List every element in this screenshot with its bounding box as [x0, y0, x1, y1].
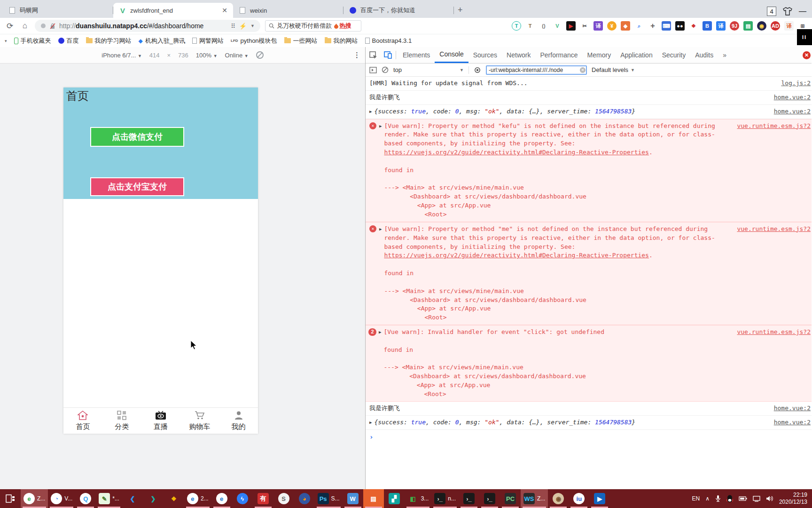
- extension-icon[interactable]: 译: [784, 21, 794, 31]
- bookmark-item[interactable]: 我的学习网站: [86, 37, 132, 45]
- browser-tab[interactable]: weixin: [233, 3, 344, 18]
- app-tab-home[interactable]: 首页: [63, 408, 102, 434]
- taskbar-app[interactable]: ▤: [363, 489, 384, 508]
- source-link[interactable]: home.vue:2: [774, 93, 811, 102]
- browser-tab[interactable]: 码蟥网: [3, 3, 113, 18]
- extension-icon[interactable]: ✂: [580, 21, 589, 31]
- devtools-tab-elements[interactable]: Elements: [398, 47, 435, 63]
- devtools-tab-audits[interactable]: Audits: [690, 47, 718, 63]
- refresh-icon[interactable]: ⟳: [5, 21, 15, 31]
- bookmark-item[interactable]: 手机收藏夹: [14, 37, 51, 45]
- taskbar-app[interactable]: ◔V...: [48, 489, 75, 508]
- device-toolbar-toggle-icon[interactable]: [381, 47, 396, 63]
- console-error-row[interactable]: ✕▶[Vue warn]: Property or method "me" is…: [366, 222, 812, 325]
- source-link[interactable]: home.vue:2: [774, 404, 811, 413]
- taskbar-app[interactable]: S: [273, 489, 294, 508]
- console-error-row[interactable]: 2▶[Vue warn]: Invalid handler for event …: [366, 325, 812, 402]
- bookmark-item[interactable]: 一些网站: [284, 37, 318, 45]
- taskbar-app[interactable]: ▶: [589, 489, 610, 508]
- volume-icon[interactable]: [766, 495, 773, 502]
- taskbar-app[interactable]: iu: [569, 489, 589, 508]
- more-tabs-icon[interactable]: »: [718, 47, 731, 63]
- clear-console-icon[interactable]: [382, 66, 389, 73]
- console-error-row[interactable]: ✕▶[Vue warn]: Property or method "kefu" …: [366, 119, 812, 222]
- extension-icon[interactable]: ¥: [607, 21, 617, 31]
- bookmark-item[interactable]: 百度: [58, 37, 79, 45]
- taskbar-app[interactable]: ❮: [122, 489, 143, 508]
- extension-icon[interactable]: T: [525, 21, 535, 31]
- extension-icon[interactable]: V: [553, 21, 562, 31]
- devtools-tab-network[interactable]: Network: [502, 47, 535, 63]
- console-prompt[interactable]: ›: [366, 430, 812, 444]
- minimize-button[interactable]: —: [799, 7, 806, 16]
- viewport-width[interactable]: 414: [149, 52, 160, 59]
- taskbar-app[interactable]: Q: [75, 489, 96, 508]
- taskbar-app[interactable]: ›_n...: [431, 489, 459, 508]
- extension-icon[interactable]: ⌕: [634, 21, 644, 31]
- viewport-height[interactable]: 736: [178, 52, 188, 59]
- rotate-icon[interactable]: [256, 51, 264, 59]
- extension-icon[interactable]: ❖: [689, 21, 698, 31]
- throttle-select[interactable]: Online ▼: [225, 52, 249, 59]
- new-tab-button[interactable]: +: [458, 5, 463, 15]
- extension-icon[interactable]: ◆: [621, 21, 630, 31]
- taskbar-app[interactable]: W: [343, 489, 363, 508]
- device-select[interactable]: iPhone 6/7... ▼: [102, 52, 142, 59]
- browser-tab[interactable]: 百度一下，你就知道: [344, 3, 454, 18]
- extension-icon[interactable]: ◉: [757, 21, 766, 31]
- tab-close-icon[interactable]: ✕: [222, 7, 227, 14]
- expand-arrow-icon[interactable]: ▶: [369, 420, 372, 426]
- alipay-pay-button[interactable]: 点击支付宝支付: [90, 177, 184, 196]
- tab-counter-badge[interactable]: 4: [767, 7, 776, 16]
- taskbar-app[interactable]: ❖: [164, 489, 184, 508]
- devtools-tab-memory[interactable]: Memory: [583, 47, 616, 63]
- expand-arrow-icon[interactable]: ▶: [369, 109, 372, 115]
- devtools-tab-sources[interactable]: Sources: [468, 47, 502, 63]
- extension-icon[interactable]: ▶: [566, 21, 576, 31]
- error-doc-link[interactable]: https://vuejs.org/v2/guide/reactivity.ht…: [384, 149, 649, 156]
- extension-icon[interactable]: ●●: [675, 21, 685, 31]
- inspect-element-icon[interactable]: [366, 47, 381, 63]
- taskbar-app[interactable]: ◕: [294, 489, 315, 508]
- extension-icon[interactable]: ▤: [743, 21, 753, 31]
- taskbar-app[interactable]: ›_: [459, 489, 479, 508]
- app-tab-tv[interactable]: 直播: [141, 408, 180, 434]
- reader-grid-icon[interactable]: ⠿: [231, 23, 235, 30]
- console-row[interactable]: ▶{success: true, code: 0, msg: "ok", dat…: [366, 105, 812, 119]
- taskbar-app[interactable]: e: [211, 489, 232, 508]
- taskbar-app[interactable]: 有: [253, 489, 273, 508]
- log-levels-select[interactable]: Default levels▼: [592, 66, 635, 73]
- extension-icon[interactable]: 译: [593, 21, 603, 31]
- devtools-tab-performance[interactable]: Performance: [535, 47, 582, 63]
- taskbar-app[interactable]: ❯: [143, 489, 164, 508]
- source-link[interactable]: home.vue:2: [774, 107, 811, 116]
- network-icon[interactable]: [753, 496, 760, 502]
- taskbar-app[interactable]: e2...: [184, 489, 211, 508]
- input-language[interactable]: EN: [692, 495, 700, 502]
- bookmark-item[interactable]: 我的网站: [325, 37, 358, 45]
- taskbar-app[interactable]: ϟ: [232, 489, 253, 508]
- taskbar-clock[interactable]: 22:19 2020/12/13: [779, 492, 807, 506]
- eye-icon[interactable]: [474, 67, 481, 73]
- qq-penguin-icon[interactable]: [726, 495, 733, 502]
- extension-icon[interactable]: 译: [716, 21, 726, 31]
- taskbar-app[interactable]: ▞: [384, 489, 405, 508]
- home-icon[interactable]: ⌂: [20, 21, 30, 31]
- taskbar-app[interactable]: eZ...: [21, 489, 48, 508]
- shirt-icon[interactable]: [783, 7, 792, 16]
- bookmarks-dropdown-icon[interactable]: ▾: [5, 39, 7, 43]
- extension-icon[interactable]: AD: [771, 21, 780, 31]
- console-filter-input[interactable]: [486, 65, 587, 75]
- zoom-select[interactable]: 100% ▼: [196, 52, 218, 59]
- hot-search-box[interactable]: 兑万枚硬币付赔偿款 热搜: [265, 20, 361, 32]
- console-row[interactable]: [HMR] Waiting for update signal from WDS…: [366, 77, 812, 91]
- bookmark-item[interactable]: 网警网站: [192, 37, 224, 45]
- source-link[interactable]: vue.runtime.esm.js?2: [737, 328, 811, 337]
- extension-icon[interactable]: B: [703, 21, 712, 31]
- taskbar-app[interactable]: PC: [500, 489, 521, 508]
- battery-icon[interactable]: [739, 496, 747, 501]
- error-count-badge[interactable]: ✕: [803, 51, 811, 59]
- extension-icon[interactable]: 9J: [730, 21, 739, 31]
- taskbar-app[interactable]: PsS...: [315, 489, 343, 508]
- clear-filter-icon[interactable]: ✕: [580, 67, 586, 73]
